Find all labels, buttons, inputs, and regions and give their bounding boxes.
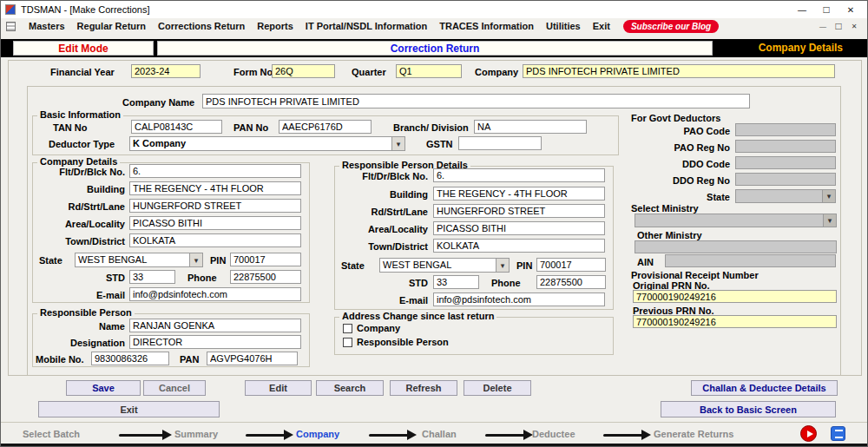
cd-state-value: WEST BENGAL (76, 253, 189, 266)
tan-field[interactable] (131, 120, 222, 134)
cd-email-field[interactable] (129, 287, 301, 301)
rp-name-label: Name (36, 321, 125, 332)
correction-return-badge: Correction Return (157, 41, 713, 56)
child-window-icon (6, 22, 16, 31)
rd-road-field[interactable] (433, 204, 605, 218)
rd-phone-field[interactable] (536, 275, 606, 289)
rd-std-field[interactable] (433, 275, 479, 289)
ddo-reg-label: DDO Reg No (643, 175, 730, 186)
workflow-step-generate-returns: Generate Returns (654, 429, 733, 439)
refresh-button[interactable]: Refresh (390, 380, 457, 396)
rp-designation-field[interactable] (129, 335, 301, 349)
rd-building-field[interactable] (433, 187, 605, 200)
address-change-company-checkbox[interactable] (343, 324, 352, 333)
rd-email-field[interactable] (433, 293, 605, 306)
ddo-code-label: DDO Code (643, 159, 730, 169)
notes-icon[interactable] (831, 426, 845, 441)
ain-field (665, 254, 836, 267)
branch-division-field[interactable] (474, 120, 587, 134)
rp-mobile-field[interactable] (91, 352, 169, 365)
menu-reports[interactable]: Reports (251, 21, 299, 31)
arrow-right-icon (246, 434, 286, 437)
chevron-down-icon[interactable] (391, 137, 404, 150)
address-change-responsible-checkbox[interactable] (343, 338, 352, 347)
quarter-field[interactable] (396, 64, 462, 78)
govt-state-value (736, 190, 822, 202)
company-name-field[interactable] (202, 94, 750, 108)
original-prn-field[interactable] (633, 290, 837, 303)
rd-pin-label: PIN (516, 260, 532, 271)
back-to-basic-button[interactable]: Back to Basic Screen (661, 401, 836, 417)
rd-state-select[interactable]: WEST BENGAL (379, 258, 510, 273)
rp-designation-label: Designation (36, 338, 125, 348)
mdi-window-controls (815, 20, 867, 32)
close-icon[interactable] (838, 3, 863, 17)
rp-name-field[interactable] (129, 319, 301, 332)
menu-corrections-return[interactable]: Corrections Return (152, 21, 251, 31)
exit-button[interactable]: Exit (38, 401, 220, 417)
ddo-code-field (735, 156, 836, 169)
save-button[interactable]: Save (66, 380, 141, 396)
workflow-step-challan: Challan (422, 429, 457, 439)
mdi-close-icon[interactable] (846, 20, 862, 32)
deductor-type-select[interactable]: K Company (129, 136, 405, 151)
financial-year-label: Financial Year (50, 67, 115, 77)
mdi-minimize-icon[interactable] (815, 20, 831, 32)
pan-field[interactable] (279, 120, 372, 134)
other-ministry-label: Other Ministry (637, 230, 702, 240)
cancel-button[interactable]: Cancel (143, 380, 206, 396)
cd-pin-field[interactable] (230, 253, 301, 266)
cd-std-field[interactable] (129, 270, 175, 284)
menu-it-portal-nsdl[interactable]: IT Portal/NSDL Information (299, 21, 433, 31)
cd-road-field[interactable] (129, 199, 301, 213)
maximize-icon[interactable] (814, 3, 838, 17)
menu-masters[interactable]: Masters (23, 21, 71, 31)
address-change-title: Address Change since last return (339, 311, 496, 321)
rd-phone-label: Phone (491, 278, 521, 288)
ddo-reg-field (735, 173, 836, 186)
chevron-down-icon (823, 214, 836, 227)
search-button[interactable]: Search (316, 380, 384, 396)
chevron-down-icon[interactable] (189, 253, 202, 266)
rd-town-field[interactable] (433, 239, 605, 253)
cd-phone-field[interactable] (230, 270, 301, 284)
cd-area-field[interactable] (129, 216, 301, 230)
workflow-step-select-batch: Select Batch (23, 429, 80, 439)
rd-flat-field[interactable] (433, 168, 605, 182)
company-field[interactable] (523, 64, 835, 78)
branch-division-label: Branch/ Division (393, 122, 469, 133)
prn-title: Provisional Receipt Number (631, 270, 759, 280)
minimize-icon[interactable] (790, 3, 814, 17)
pao-code-field (735, 123, 836, 136)
financial-year-field[interactable] (131, 64, 201, 78)
video-play-icon[interactable] (800, 425, 817, 442)
cd-road-label: Rd/Strt/Lane (18, 201, 125, 212)
delete-button[interactable]: Delete (464, 380, 531, 396)
rd-pin-field[interactable] (536, 258, 606, 272)
chevron-down-icon[interactable] (496, 259, 509, 272)
rd-area-field[interactable] (433, 221, 605, 235)
edit-mode-badge: Edit Mode (13, 41, 154, 56)
cd-flat-field[interactable] (129, 164, 301, 178)
menu-regular-return[interactable]: Regular Return (71, 21, 152, 31)
cd-state-select[interactable]: WEST BENGAL (75, 253, 203, 267)
form-no-field[interactable] (272, 64, 335, 78)
menu-exit[interactable]: Exit (587, 21, 616, 31)
cd-email-label: E-mail (53, 290, 125, 300)
cd-building-field[interactable] (129, 181, 301, 195)
previous-prn-field[interactable] (633, 315, 837, 328)
deductor-type-label: Deductor Type (49, 139, 115, 149)
menu-utilities[interactable]: Utilities (540, 21, 587, 31)
mdi-restore-icon[interactable] (831, 20, 846, 32)
challan-deductee-button[interactable]: Challan & Deductee Details (691, 380, 838, 396)
arrow-right-icon (119, 434, 164, 437)
rp-pan-field[interactable] (207, 352, 298, 365)
cd-town-field[interactable] (129, 233, 301, 247)
pao-reg-label: PAO Reg No (643, 142, 730, 153)
gstn-field[interactable] (458, 136, 542, 150)
edit-button[interactable]: Edit (245, 380, 312, 396)
basic-info-title: Basic Information (37, 109, 123, 120)
subscribe-blog-button[interactable]: Subscribe our Blog (623, 20, 719, 33)
menu-traces[interactable]: TRACES Information (433, 21, 540, 31)
select-ministry-select (635, 214, 837, 227)
